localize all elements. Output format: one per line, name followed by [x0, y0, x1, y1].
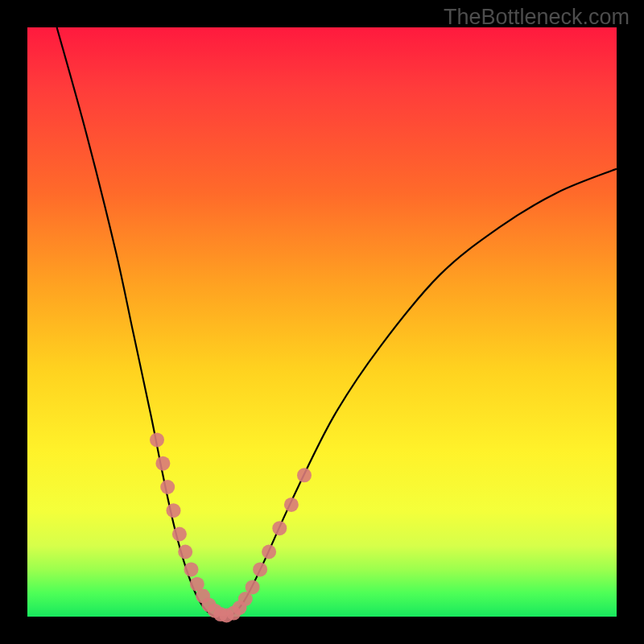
- bottleneck-curve: [57, 27, 617, 617]
- marker-dot: [262, 545, 276, 559]
- marker-dot: [155, 456, 170, 471]
- watermark-text: TheBottleneck.com: [444, 5, 630, 30]
- chart-frame: TheBottleneck.com: [0, 0, 644, 644]
- marker-dot: [150, 432, 164, 447]
- marker-dot: [246, 580, 260, 594]
- marker-dot: [284, 497, 299, 512]
- marker-dot: [178, 545, 192, 559]
- marker-dot: [184, 562, 199, 576]
- marker-dots-right: [226, 468, 312, 620]
- marker-dot: [160, 480, 175, 494]
- marker-dot: [253, 562, 267, 576]
- marker-dot: [167, 503, 181, 518]
- marker-dot: [172, 527, 187, 542]
- marker-dots-left: [150, 432, 233, 622]
- chart-svg: [27, 27, 617, 617]
- marker-dot: [272, 521, 287, 535]
- marker-dot: [297, 468, 312, 482]
- plot-area: [27, 27, 617, 617]
